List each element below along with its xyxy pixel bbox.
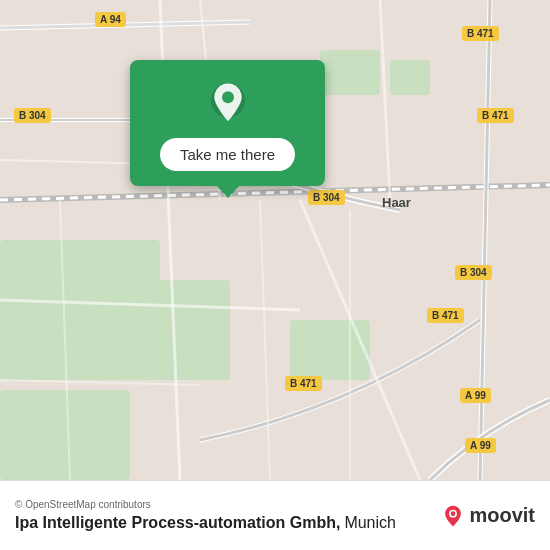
road-label-b471-mr: B 471 (477, 108, 514, 123)
svg-line-23 (260, 200, 270, 480)
attribution-text: © OpenStreetMap contributors (15, 499, 442, 510)
take-me-there-button[interactable]: Take me there (160, 138, 295, 171)
road-label-a99-br: A 99 (465, 438, 496, 453)
moovit-text: moovit (469, 504, 535, 527)
moovit-pin-icon (442, 505, 464, 527)
svg-rect-5 (290, 320, 370, 380)
svg-line-20 (0, 380, 200, 385)
popup-card: Take me there (130, 60, 325, 186)
bottom-bar: © OpenStreetMap contributors Ipa Intelli… (0, 480, 550, 550)
map-container: A 94 B 304 B 304 B 471 B 471 B 471 B 471… (0, 0, 550, 480)
road-label-b471-tr: B 471 (462, 26, 499, 41)
svg-line-13 (480, 0, 490, 480)
svg-rect-3 (320, 50, 380, 95)
svg-point-27 (451, 511, 456, 516)
road-label-a94: A 94 (95, 12, 126, 27)
location-pin-icon (204, 80, 252, 128)
moovit-logo: moovit (442, 504, 535, 527)
road-label-b471-br: B 471 (427, 308, 464, 323)
svg-rect-2 (0, 390, 130, 480)
road-label-b304-br: B 304 (455, 265, 492, 280)
bottom-info: © OpenStreetMap contributors Ipa Intelli… (15, 499, 442, 532)
svg-rect-1 (150, 280, 230, 380)
svg-rect-4 (390, 60, 430, 95)
place-name: Ipa Intelligente Process-automation Gmbh… (15, 514, 340, 532)
svg-rect-0 (0, 240, 160, 380)
svg-line-17 (380, 0, 390, 200)
road-label-b304-mid: B 304 (308, 190, 345, 205)
place-label-haar: Haar (382, 195, 411, 210)
svg-point-25 (222, 91, 234, 103)
road-label-b471-bottom: B 471 (285, 376, 322, 391)
city-name: Munich (344, 514, 396, 532)
road-label-a99-r: A 99 (460, 388, 491, 403)
road-label-b304-top: B 304 (14, 108, 51, 123)
